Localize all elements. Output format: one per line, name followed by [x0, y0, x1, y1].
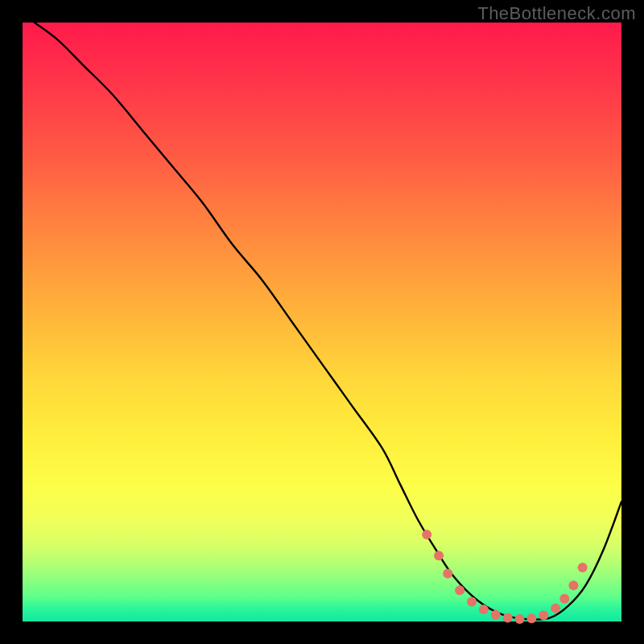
highlight-dot	[551, 604, 560, 613]
watermark-text: TheBottleneck.com	[477, 3, 636, 24]
highlight-dot	[568, 580, 578, 590]
highlight-dot	[578, 563, 588, 572]
highlight-dot	[443, 568, 452, 578]
chart-svg	[23, 23, 621, 621]
highlight-dot	[559, 594, 569, 604]
highlight-dot	[515, 614, 525, 624]
highlight-dot	[467, 597, 477, 606]
chart-frame: TheBottleneck.com	[0, 0, 644, 644]
highlight-dot	[539, 611, 548, 621]
highlight-dot	[455, 585, 464, 595]
highlight-dot	[491, 610, 501, 620]
highlight-dot	[434, 551, 444, 560]
highlight-dot	[422, 530, 431, 539]
bottleneck-curve	[35, 23, 621, 620]
highlight-dot	[479, 605, 489, 614]
plot-area	[23, 23, 621, 621]
highlight-dot	[526, 613, 536, 623]
highlight-dot	[503, 613, 513, 623]
